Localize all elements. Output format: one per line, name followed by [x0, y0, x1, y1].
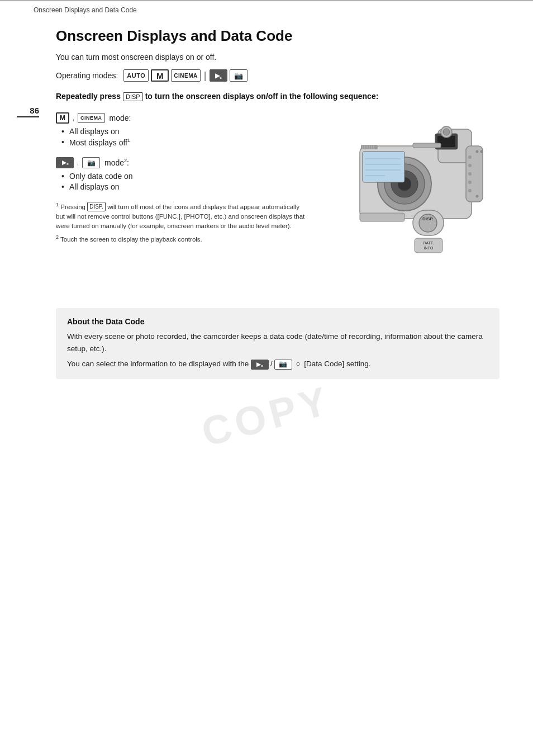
data-code-box: About the Data Code With every scene or … — [56, 308, 499, 379]
main-content: 86 Onscreen Displays and Data Code You c… — [0, 16, 533, 401]
header-badge-photo: 📷 — [82, 157, 100, 168]
header-badge-m: M — [56, 112, 69, 124]
mode-playback: ▶꜀ — [210, 69, 227, 82]
page-number-area: 86 — [11, 106, 39, 117]
svg-rect-6 — [363, 152, 404, 182]
footnote-2: 2 Touch the screen to display the playba… — [56, 234, 310, 244]
svg-rect-28 — [413, 143, 441, 148]
svg-point-37 — [480, 150, 483, 153]
right-col: DISP. BATT. INFO — [321, 101, 499, 291]
bullet-pp-1: Only data code on — [61, 172, 310, 181]
svg-rect-24 — [415, 238, 442, 253]
bullet-m-cinema-1: All displays on — [61, 127, 310, 136]
mode-section-header-playback-photo: ▶꜀ , 📷 mode2: — [56, 157, 310, 168]
mode-m: M — [151, 69, 169, 82]
svg-rect-27 — [360, 213, 404, 221]
inline-badge-photo: 📷 — [274, 360, 292, 370]
header-badge-cinema: CINEMA — [78, 113, 105, 123]
mode-cinema: CINEMA — [171, 69, 200, 82]
svg-text:INFO: INFO — [424, 246, 434, 250]
intro-text: You can turn most onscreen displays on o… — [56, 53, 499, 62]
data-code-text2-after: [Data Code] setting. — [304, 360, 370, 368]
m-cinema-mode-label: mode: — [110, 114, 131, 122]
page-wrapper: Onscreen Displays and Data Code 86 Onscr… — [0, 0, 533, 756]
svg-point-16 — [468, 155, 472, 159]
svg-text:BATT.: BATT. — [423, 241, 434, 245]
svg-point-36 — [476, 150, 479, 153]
svg-point-14 — [443, 129, 450, 135]
instruction-before: Repeatedly press — [56, 92, 121, 101]
data-code-para-1: With every scene or photo recorded, the … — [67, 330, 488, 355]
page-number-line — [17, 116, 39, 117]
footnotes: 1 Pressing DISP. will turn off most of t… — [56, 201, 310, 245]
page-number: 86 — [11, 106, 39, 115]
inline-separator: / — [270, 358, 273, 370]
mode-photo: 📷 — [230, 69, 248, 82]
svg-point-19 — [468, 181, 472, 184]
breadcrumb: Onscreen Displays and Data Code — [34, 6, 137, 14]
header-badge-playback: ▶꜀ — [56, 157, 74, 168]
data-code-title: About the Data Code — [67, 317, 488, 326]
top-bar: Onscreen Displays and Data Code — [0, 0, 533, 16]
footnote-1: 1 Pressing DISP. will turn off most of t… — [56, 201, 310, 231]
disp-badge-fn1: DISP. — [87, 202, 106, 211]
instruction-line: Repeatedly press DISP to turn the onscre… — [56, 92, 499, 101]
svg-text:DISP.: DISP. — [422, 216, 434, 221]
data-code-inline-badges: ▶꜀ / 📷 — [251, 358, 292, 370]
left-col: M , CINEMA mode: All displays on Most di… — [56, 112, 310, 247]
mode-section-m-cinema: M , CINEMA mode: All displays on Most di… — [56, 112, 310, 147]
playback-photo-mode-label: mode2: — [104, 158, 129, 167]
camera-illustration: DISP. BATT. INFO — [326, 101, 494, 291]
modes-row: Operating modes: AUTO M CINEMA | ▶꜀ 📷 — [56, 69, 499, 82]
svg-point-18 — [468, 172, 472, 176]
playback-photo-bullets: Only data code on All displays on — [61, 172, 310, 191]
inline-badge-playback: ▶꜀ — [251, 360, 269, 370]
modes-label: Operating modes: — [56, 71, 118, 80]
svg-point-38 — [476, 195, 479, 198]
data-code-text2-before: You can select the information to be dis… — [67, 360, 249, 368]
mode-section-playback-photo: ▶꜀ , 📷 mode2: Only data code on All disp… — [56, 157, 310, 191]
m-cinema-bullets: All displays on Most displays off1 — [61, 127, 310, 147]
mode-separator-1: | — [204, 70, 207, 82]
main-columns: M , CINEMA mode: All displays on Most di… — [56, 112, 499, 291]
svg-point-17 — [468, 164, 472, 167]
disp-badge-instruction: DISP — [123, 92, 143, 101]
data-code-text: With every scene or photo recorded, the … — [67, 330, 488, 370]
section-title: Onscreen Displays and Data Code — [56, 27, 499, 45]
bullet-m-cinema-2: Most displays off1 — [61, 138, 310, 147]
data-code-para-2: You can select the information to be dis… — [67, 358, 488, 370]
instruction-after: to turn the onscreen displays on/off in … — [145, 92, 379, 101]
data-code-circle-icon: ○ — [296, 360, 300, 368]
svg-point-20 — [468, 189, 472, 192]
bullet-pp-2: All displays on — [61, 182, 310, 191]
mode-section-header-m-cinema: M , CINEMA mode: — [56, 112, 310, 124]
mode-auto: AUTO — [123, 69, 149, 82]
